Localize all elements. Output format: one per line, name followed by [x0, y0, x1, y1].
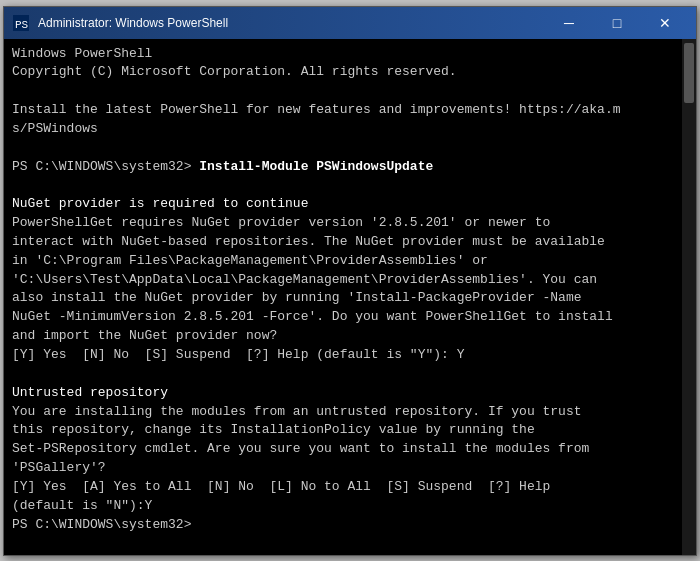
app-icon: PS [12, 14, 30, 32]
scrollbar[interactable] [682, 39, 696, 555]
console-body[interactable]: Windows PowerShell Copyright (C) Microso… [4, 39, 696, 555]
title-bar: PS Administrator: Windows PowerShell ─ □… [4, 7, 696, 39]
maximize-button[interactable]: □ [594, 10, 640, 36]
scrollbar-thumb[interactable] [684, 43, 694, 103]
window-title: Administrator: Windows PowerShell [38, 16, 546, 30]
console-output: Windows PowerShell Copyright (C) Microso… [12, 45, 688, 535]
window-controls: ─ □ ✕ [546, 10, 688, 36]
powershell-window: PS Administrator: Windows PowerShell ─ □… [3, 6, 697, 556]
line-1: Windows PowerShell Copyright (C) Microso… [12, 46, 621, 532]
svg-text:PS: PS [15, 19, 29, 31]
close-button[interactable]: ✕ [642, 10, 688, 36]
minimize-button[interactable]: ─ [546, 10, 592, 36]
